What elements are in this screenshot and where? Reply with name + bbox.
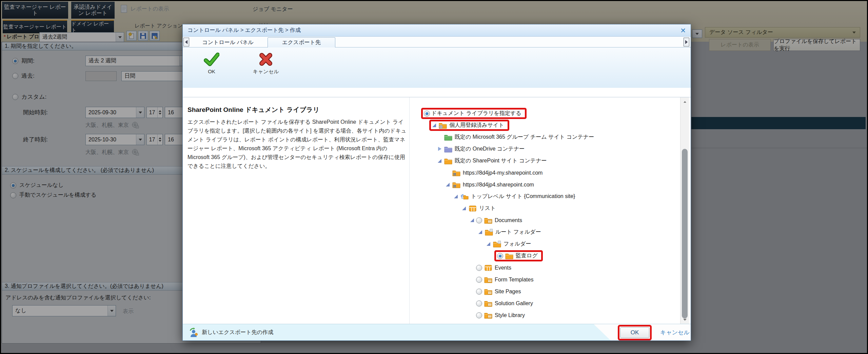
library-icon xyxy=(484,217,492,224)
collapse-icon[interactable] xyxy=(437,159,442,163)
scroll-up-icon[interactable] xyxy=(680,97,689,106)
tree-item[interactable]: Site Pages xyxy=(410,286,680,297)
breadcrumb: コントロール パネル > エクスポート先 > 作成 xyxy=(188,27,301,34)
export-destination-dialog: コントロール パネル > エクスポート先 > 作成 ✕ コントロール パネル エ… xyxy=(182,24,691,341)
dialog-content: SharePoint Online ドキュメント ライブラリ エクスポートされた… xyxy=(183,97,691,324)
scroll-down-icon[interactable] xyxy=(680,315,689,324)
folder-globe-icon xyxy=(439,122,447,129)
tree-item-label: 個人用登録済みサイト xyxy=(449,122,504,129)
red-highlight-box: 監査ログ xyxy=(494,250,543,261)
dialog-ribbon: OK キャンセル 更新 xyxy=(183,47,691,88)
close-icon[interactable]: ✕ xyxy=(680,26,686,35)
description-body: エクスポートされたレポート ファイルを保存する SharePoint Onlin… xyxy=(188,118,407,171)
collapse-icon[interactable] xyxy=(446,182,450,187)
description-pane: SharePoint Online ドキュメント ライブラリ エクスポートされた… xyxy=(188,105,407,171)
tree-item-label: Form Templates xyxy=(495,277,533,283)
tree-item[interactable]: リスト xyxy=(410,202,680,214)
create-export-destination-link[interactable]: 新しいエクスポート先の作成 xyxy=(202,324,273,340)
expander-spacer xyxy=(446,171,450,175)
ok-highlight-box: OK xyxy=(618,325,652,340)
tab-scroll-left-button[interactable] xyxy=(183,38,189,46)
tree-item[interactable]: Documents xyxy=(410,214,680,226)
expander-spacer xyxy=(470,266,474,270)
library-icon xyxy=(484,276,492,283)
expander-spacer xyxy=(470,313,474,317)
tree-item[interactable]: Style Library xyxy=(410,309,680,321)
tree-item-label: ルート フォルダー xyxy=(495,229,541,236)
collapse-icon[interactable] xyxy=(454,194,458,199)
tree: ドキュメント ライブラリを指定する個人用登録済みサイト既定の Microsoft… xyxy=(410,97,680,324)
tree-item[interactable]: フォルダー xyxy=(410,238,680,250)
tree-item[interactable]: https://8d4jp4.sharepoint.com xyxy=(410,179,680,191)
tree-item-label: 既定の Microsoft 365 グループ チーム サイト コンテナー xyxy=(455,134,594,141)
grid-icon xyxy=(469,205,477,212)
expander-spacer xyxy=(470,301,474,306)
expander-spacer xyxy=(470,277,474,282)
check-icon xyxy=(204,52,219,66)
tree-radio[interactable] xyxy=(476,277,482,283)
grid-icon xyxy=(484,264,492,271)
tree-item-label: https://8d4jp4.sharepoint.com xyxy=(463,182,534,188)
ok-ribbon-button[interactable]: OK xyxy=(197,50,226,74)
chevron-right-icon xyxy=(685,40,688,44)
tree-radio[interactable] xyxy=(476,217,482,223)
tree-item[interactable]: Solution Gallery xyxy=(410,297,680,309)
collapse-icon[interactable] xyxy=(432,123,436,127)
tree-item[interactable]: 個人用登録済みサイト xyxy=(410,119,680,131)
tree-item[interactable]: 監査ログ xyxy=(410,250,680,262)
folder-green-icon xyxy=(444,134,452,141)
tree-scrollbar[interactable] xyxy=(680,97,689,324)
collapse-icon[interactable] xyxy=(478,230,482,234)
tree-radio[interactable] xyxy=(497,253,503,259)
cross-icon xyxy=(259,52,273,66)
folder-purple-icon xyxy=(444,146,452,153)
folder-orange-icon xyxy=(505,253,513,259)
tree-item[interactable]: ドキュメント ライブラリを指定する xyxy=(410,107,680,119)
site-dots-icon xyxy=(460,193,469,200)
folder-docs-icon xyxy=(485,229,493,236)
create-export-destination-icon xyxy=(188,327,199,339)
cancel-link[interactable]: キャンセル xyxy=(660,324,690,340)
expander-spacer xyxy=(470,289,474,294)
tree-radio[interactable] xyxy=(476,289,482,295)
red-highlight-box: 個人用登録済みサイト xyxy=(429,120,509,131)
screenshot-frame: 監査マネージャー レポート 承認済みドメイン レポート レポートの表示 ジョブ … xyxy=(0,0,868,354)
tab-scroll-right-button[interactable] xyxy=(684,38,689,46)
tree-radio[interactable] xyxy=(476,312,482,318)
description-title: SharePoint Online ドキュメント ライブラリ xyxy=(188,105,407,114)
library-icon xyxy=(484,288,492,295)
tree-item-label: https://8d4jp4-my.sharepoint.com xyxy=(463,170,542,176)
tab-control-panel[interactable]: コントロール パネル xyxy=(191,37,265,47)
collapse-icon[interactable] xyxy=(486,242,491,246)
tree-item[interactable]: Form Templates xyxy=(410,274,680,286)
tree-item-label: リスト xyxy=(479,205,496,212)
collapse-icon[interactable] xyxy=(462,206,466,211)
tree-item[interactable]: 既定の SharePoint サイト コンテナー xyxy=(410,155,680,167)
tree-item[interactable]: 既定の OneDrive コンテナー xyxy=(410,143,680,155)
dialog-tabstrip: コントロール パネル エクスポート先 xyxy=(183,37,691,47)
tree-item-label: 監査ログ xyxy=(516,252,538,259)
cancel-ribbon-button[interactable]: キャンセル xyxy=(247,50,284,75)
tree-item-label: フォルダー xyxy=(504,240,531,248)
tree-radio[interactable] xyxy=(476,300,482,307)
tree-item-label: Solution Gallery xyxy=(495,300,533,307)
scrollbar-thumb[interactable] xyxy=(682,149,688,318)
tree-item[interactable]: Events xyxy=(410,262,680,274)
red-highlight-box: ドキュメント ライブラリを指定する xyxy=(421,108,527,119)
collapse-icon[interactable] xyxy=(470,218,474,222)
tree-item[interactable]: ルート フォルダー xyxy=(410,226,680,238)
site-icon xyxy=(452,170,460,176)
tree-item[interactable]: トップレベル サイト {Communication site} xyxy=(410,191,680,202)
folder-orange-icon xyxy=(444,158,452,164)
tree-item-label: 既定の SharePoint サイト コンテナー xyxy=(455,157,547,164)
tree-item-label: Events xyxy=(495,265,511,271)
tree-item[interactable]: 既定の Microsoft 365 グループ チーム サイト コンテナー xyxy=(410,131,680,143)
ok-button[interactable]: OK xyxy=(620,327,649,338)
tab-export-destination[interactable]: エクスポート先 xyxy=(268,37,335,47)
expander-spacer xyxy=(437,135,442,139)
expand-icon[interactable] xyxy=(437,147,442,151)
library-icon xyxy=(484,300,492,307)
tree-radio[interactable] xyxy=(476,265,482,271)
tree-item[interactable]: https://8d4jp4-my.sharepoint.com xyxy=(410,167,680,179)
tree-radio[interactable] xyxy=(424,111,430,117)
